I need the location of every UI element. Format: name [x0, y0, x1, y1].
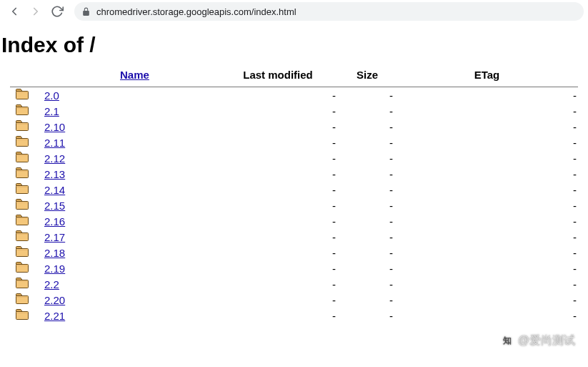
entry-link[interactable]: 2.2	[44, 278, 59, 290]
folder-icon	[10, 182, 31, 197]
table-row: 2.21---	[10, 308, 578, 323]
entry-last-modified: -	[217, 103, 339, 119]
entry-etag: -	[396, 276, 578, 292]
entry-etag: -	[396, 213, 578, 229]
lock-icon	[81, 7, 91, 16]
svg-rect-25	[17, 281, 28, 282]
entry-etag: -	[396, 292, 578, 308]
entry-etag: -	[396, 308, 578, 323]
back-button[interactable]	[4, 1, 24, 21]
table-row: 2.20---	[10, 292, 578, 308]
entry-last-modified: -	[217, 150, 339, 166]
entry-size: -	[339, 245, 396, 260]
table-row: 2.14---	[10, 182, 578, 197]
entry-size: -	[339, 229, 396, 245]
entry-link[interactable]: 2.21	[44, 310, 65, 322]
entry-last-modified: -	[217, 166, 339, 182]
reload-button[interactable]	[47, 1, 67, 21]
entry-link[interactable]: 2.13	[44, 168, 65, 180]
entry-size: -	[339, 103, 396, 119]
entry-size: -	[339, 197, 396, 213]
folder-icon	[10, 245, 31, 260]
entry-size: -	[339, 150, 396, 166]
zhihu-icon: 知	[501, 335, 514, 348]
entry-etag: -	[396, 166, 578, 182]
table-row: 2.0---	[10, 87, 578, 104]
table-row: 2.16---	[10, 213, 578, 229]
entry-link[interactable]: 2.20	[44, 294, 65, 306]
entry-last-modified: -	[217, 245, 339, 260]
entry-last-modified: -	[217, 229, 339, 245]
entry-etag: -	[396, 182, 578, 197]
table-row: 2.19---	[10, 260, 578, 276]
folder-icon	[10, 134, 31, 150]
entry-link[interactable]: 2.1	[44, 105, 59, 117]
folder-icon	[10, 150, 31, 166]
folder-icon	[10, 197, 31, 213]
folder-icon	[10, 166, 31, 182]
entry-last-modified: -	[217, 292, 339, 308]
entry-etag: -	[396, 260, 578, 276]
entry-size: -	[339, 119, 396, 134]
header-etag: ETag	[396, 64, 578, 87]
svg-rect-13	[17, 187, 28, 187]
svg-rect-21	[17, 250, 28, 250]
entry-link[interactable]: 2.10	[44, 121, 65, 133]
folder-icon	[10, 87, 31, 104]
table-row: 2.13---	[10, 166, 578, 182]
folder-icon	[10, 308, 31, 323]
entry-size: -	[339, 213, 396, 229]
directory-listing: Name Last modified Size ETag 2.0---2.1--…	[0, 64, 588, 323]
watermark-text: @爱尚测试	[518, 333, 575, 348]
entry-etag: -	[396, 103, 578, 119]
header-icon	[10, 64, 31, 87]
svg-rect-17	[17, 218, 28, 219]
entry-etag: -	[396, 150, 578, 166]
folder-icon	[10, 103, 31, 119]
svg-rect-9	[17, 155, 28, 156]
table-row: 2.10---	[10, 119, 578, 134]
entry-size: -	[339, 292, 396, 308]
svg-rect-15	[17, 202, 28, 203]
entry-size: -	[339, 308, 396, 323]
entry-last-modified: -	[217, 119, 339, 134]
svg-rect-23	[17, 265, 28, 266]
entry-link[interactable]: 2.17	[44, 231, 65, 243]
folder-icon	[10, 260, 31, 276]
entry-last-modified: -	[217, 308, 339, 323]
svg-rect-27	[17, 297, 28, 298]
table-row: 2.1---	[10, 103, 578, 119]
sort-by-name[interactable]: Name	[120, 69, 149, 81]
entry-size: -	[339, 182, 396, 197]
svg-rect-7	[17, 140, 28, 140]
entry-link[interactable]: 2.12	[44, 152, 65, 165]
entry-etag: -	[396, 229, 578, 245]
entry-link[interactable]: 2.18	[44, 247, 65, 259]
entry-link[interactable]: 2.19	[44, 263, 65, 275]
svg-rect-3	[17, 108, 28, 109]
entry-link[interactable]: 2.14	[44, 184, 65, 196]
watermark: 知 @爱尚测试	[501, 333, 575, 348]
forward-button[interactable]	[26, 1, 46, 21]
header-name: Name	[31, 64, 217, 87]
url-text: chromedriver.storage.googleapis.com/inde…	[96, 6, 297, 17]
entry-link[interactable]: 2.15	[44, 200, 65, 212]
address-bar[interactable]: chromedriver.storage.googleapis.com/inde…	[74, 2, 584, 21]
svg-rect-11	[17, 171, 28, 172]
entry-size: -	[339, 87, 396, 104]
page-content: Index of / Name Last modified Size ETag …	[0, 23, 588, 323]
entry-last-modified: -	[217, 197, 339, 213]
entry-last-modified: -	[217, 260, 339, 276]
header-last-modified: Last modified	[217, 64, 339, 87]
entry-link[interactable]: 2.0	[44, 89, 59, 102]
entry-link[interactable]: 2.11	[44, 137, 65, 149]
header-size: Size	[339, 64, 396, 87]
entry-last-modified: -	[217, 213, 339, 229]
entry-etag: -	[396, 245, 578, 260]
header-row: Name Last modified Size ETag	[10, 64, 578, 87]
folder-icon	[10, 229, 31, 245]
entry-last-modified: -	[217, 87, 339, 104]
entry-etag: -	[396, 87, 578, 104]
entry-link[interactable]: 2.16	[44, 215, 65, 227]
folder-icon	[10, 119, 31, 134]
